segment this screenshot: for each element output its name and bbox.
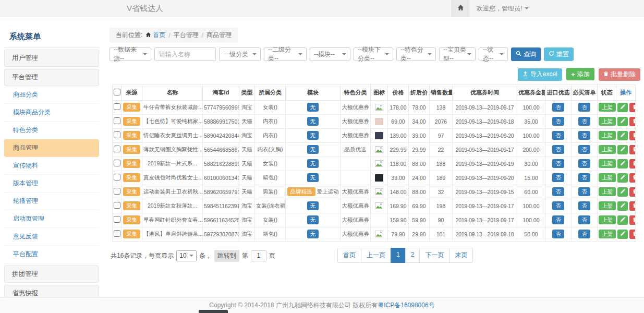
delete-button[interactable] — [629, 117, 636, 126]
sidebar-item-12[interactable]: 拼团管理 — [4, 266, 99, 283]
row-checkbox[interactable] — [114, 230, 120, 237]
delete-button[interactable] — [629, 215, 636, 225]
status-badge[interactable]: 上架 — [598, 114, 616, 128]
per-page-select[interactable]: 10 — [176, 250, 196, 261]
status-badge[interactable]: 上架 — [598, 213, 616, 227]
status-badge[interactable]: 上架 — [598, 171, 616, 185]
page-button-5[interactable]: 末页 — [449, 248, 473, 263]
sidebar-item-1[interactable]: 平台管理 — [4, 69, 99, 86]
page-button-0[interactable]: 首页 — [337, 248, 361, 263]
page-button-2[interactable]: 1 — [391, 248, 406, 263]
must-buy-toggle[interactable]: 否 — [572, 114, 598, 128]
edit-button[interactable] — [617, 131, 628, 140]
edit-button[interactable] — [617, 173, 628, 183]
filter-select-3[interactable]: --模块-- — [310, 47, 350, 61]
page-input[interactable] — [251, 250, 266, 261]
row-checkbox[interactable] — [114, 202, 120, 209]
sidebar-item-13[interactable]: 省惠快报 — [4, 285, 99, 297]
status-badge[interactable]: 上架 — [598, 156, 616, 171]
row-checkbox[interactable] — [114, 216, 120, 223]
imported-toggle[interactable]: 否 — [545, 185, 572, 199]
user-menu[interactable]: 欢迎您，管理员! — [477, 4, 529, 13]
status-badge[interactable]: 上架 — [598, 227, 616, 241]
edit-button[interactable] — [617, 230, 628, 239]
imported-toggle[interactable]: 否 — [545, 171, 572, 185]
must-buy-toggle[interactable]: 否 — [572, 128, 598, 142]
must-buy-toggle[interactable]: 否 — [572, 199, 598, 213]
imported-toggle[interactable]: 否 — [545, 227, 572, 241]
row-checkbox[interactable] — [114, 117, 120, 124]
imported-toggle[interactable]: 否 — [545, 156, 572, 171]
row-checkbox[interactable] — [114, 188, 120, 195]
edit-button[interactable] — [617, 187, 628, 197]
page-button-3[interactable]: 2 — [405, 248, 420, 263]
must-buy-toggle[interactable]: 否 — [572, 171, 598, 185]
page-button-1[interactable]: 上一页 — [361, 248, 391, 263]
sidebar-item-6[interactable]: 宣传物料 — [4, 157, 99, 175]
sidebar-item-0[interactable]: 用户管理 — [4, 50, 99, 67]
sidebar-item-7[interactable]: 版本管理 — [4, 175, 99, 192]
batch-delete-button[interactable]: 批量删除 — [599, 68, 640, 81]
imported-toggle[interactable]: 否 — [545, 199, 572, 213]
must-buy-toggle[interactable]: 否 — [572, 100, 598, 114]
delete-button[interactable] — [629, 103, 636, 112]
edit-button[interactable] — [617, 103, 628, 112]
row-checkbox[interactable] — [114, 103, 120, 110]
delete-button[interactable] — [629, 201, 636, 211]
status-badge[interactable]: 上架 — [598, 100, 616, 114]
edit-button[interactable] — [617, 159, 628, 168]
sidebar-item-2[interactable]: 商品分类 — [4, 86, 99, 104]
filter-select-0[interactable]: --数据来源-- — [110, 47, 151, 61]
select-all-checkbox[interactable] — [114, 89, 120, 95]
delete-button[interactable] — [629, 230, 636, 239]
filter-select-1[interactable]: 一级分类 — [219, 47, 261, 61]
delete-button[interactable] — [629, 131, 636, 140]
row-checkbox[interactable] — [114, 131, 120, 138]
edit-button[interactable] — [617, 215, 628, 225]
status-badge[interactable]: 上架 — [598, 185, 616, 199]
imported-toggle[interactable]: 否 — [545, 128, 572, 142]
sidebar-item-8[interactable]: 轮播管理 — [4, 192, 99, 210]
icp-link[interactable]: 粤ICP备16098006号 — [378, 302, 434, 309]
filter-select-5[interactable]: --特色分类-- — [396, 47, 436, 61]
imported-toggle[interactable]: 否 — [545, 142, 572, 156]
add-button[interactable]: + 添加 — [566, 68, 594, 80]
edit-button[interactable] — [617, 117, 628, 126]
filter-select-2[interactable]: --二级分类-- — [264, 47, 307, 61]
must-buy-toggle[interactable]: 否 — [572, 156, 598, 171]
must-buy-toggle[interactable]: 否 — [572, 213, 598, 227]
sidebar-item-11[interactable]: 平台配置 — [4, 246, 99, 263]
sidebar-item-9[interactable]: 启动页管理 — [4, 210, 99, 228]
edit-button[interactable] — [617, 145, 628, 154]
jump-button[interactable]: 跳转到 — [214, 250, 239, 262]
page-button-4[interactable]: 下一页 — [419, 248, 449, 263]
breadcrumb-home-link[interactable]: 首页 — [145, 31, 165, 40]
imported-toggle[interactable]: 否 — [545, 114, 572, 128]
home-button[interactable] — [452, 0, 469, 17]
imported-toggle[interactable]: 否 — [545, 213, 572, 227]
status-badge[interactable]: 上架 — [598, 128, 616, 142]
search-name-input[interactable] — [154, 47, 216, 61]
sidebar-item-3[interactable]: 模块商品分类 — [4, 104, 99, 122]
import-excel-button[interactable]: 导入excel — [518, 68, 562, 81]
imported-toggle[interactable]: 否 — [545, 100, 572, 114]
search-button[interactable]: 查询 — [511, 47, 541, 61]
status-badge[interactable]: 上架 — [598, 142, 616, 156]
sidebar-item-5[interactable]: 商品管理 — [4, 139, 99, 157]
delete-button[interactable] — [629, 145, 636, 154]
reset-button[interactable]: 重置 — [544, 47, 574, 61]
edit-button[interactable] — [617, 201, 628, 211]
sidebar-item-4[interactable]: 特色分类 — [4, 122, 99, 139]
sidebar-item-10[interactable]: 意见反馈 — [4, 228, 99, 246]
delete-button[interactable] — [629, 187, 636, 197]
delete-button[interactable] — [629, 159, 636, 168]
filter-select-4[interactable]: --模块下分类-- — [354, 47, 393, 61]
must-buy-toggle[interactable]: 否 — [572, 227, 598, 241]
row-checkbox[interactable] — [114, 160, 120, 166]
row-checkbox[interactable] — [114, 146, 120, 152]
status-badge[interactable]: 上架 — [598, 199, 616, 213]
filter-select-7[interactable]: --状态-- — [479, 47, 508, 61]
filter-select-6[interactable]: --宝贝类型-- — [439, 47, 476, 61]
delete-button[interactable] — [629, 173, 636, 183]
must-buy-toggle[interactable]: 否 — [572, 185, 598, 199]
